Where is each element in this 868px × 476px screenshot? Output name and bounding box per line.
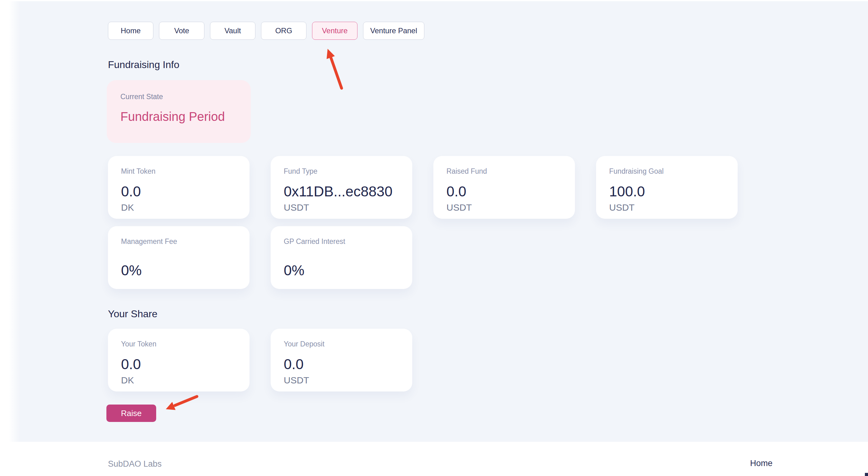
card-unit: USDT xyxy=(284,375,399,385)
card-label: Mint Token xyxy=(121,167,237,175)
stat-card-mint-token: Mint Token 0.0 DK xyxy=(108,156,249,219)
footer-home-link[interactable]: Home xyxy=(750,458,773,468)
annotation-arrow-venture-icon xyxy=(317,43,351,93)
nav-tab-home[interactable]: Home xyxy=(108,22,153,40)
stat-card-fund-type: Fund Type 0x11DB...ec8830 USDT xyxy=(271,156,412,219)
stat-card-your-token: Your Token 0.0 DK xyxy=(108,329,249,392)
nav-tab-vote[interactable]: Vote xyxy=(159,22,205,40)
venture-page: Home Vote Vault ORG Venture Venture Pane… xyxy=(0,0,868,476)
card-value: 0.0 xyxy=(284,356,399,373)
nav-tab-vault[interactable]: Vault xyxy=(210,22,255,40)
card-label: Your Deposit xyxy=(284,340,399,348)
card-value: 0.0 xyxy=(121,183,237,200)
stat-card-gp-carried-interest: GP Carried Interest 0% xyxy=(271,226,412,289)
nav-tab-venture[interactable]: Venture xyxy=(312,22,358,40)
card-value: 0% xyxy=(121,262,237,279)
footer-brand: SubDAO Labs xyxy=(108,459,162,469)
card-unit: USDT xyxy=(609,202,724,213)
main-nav: Home Vote Vault ORG Venture Venture Pane… xyxy=(108,22,424,40)
card-value: 0.0 xyxy=(446,183,562,200)
annotation-arrow-raise-icon xyxy=(159,390,202,419)
card-unit: DK xyxy=(121,375,237,385)
card-label: Fund Type xyxy=(284,167,399,175)
stat-card-your-deposit: Your Deposit 0.0 USDT xyxy=(271,329,412,392)
stat-card-raised-fund: Raised Fund 0.0 USDT xyxy=(433,156,575,219)
nav-tab-org[interactable]: ORG xyxy=(261,22,306,40)
current-state-card: Current State Fundraising Period xyxy=(107,80,251,143)
corner-artifact xyxy=(865,473,868,476)
card-unit: DK xyxy=(121,202,237,213)
section-title-your-share: Your Share xyxy=(108,308,157,320)
section-title-fundraising-info: Fundraising Info xyxy=(108,59,179,71)
nav-tab-venture-panel[interactable]: Venture Panel xyxy=(363,22,424,40)
card-label: Management Fee xyxy=(121,237,237,246)
left-edge-fade xyxy=(0,0,20,442)
card-label: GP Carried Interest xyxy=(284,237,399,246)
card-value: 0% xyxy=(284,262,399,279)
raise-button[interactable]: Raise xyxy=(106,405,156,422)
card-label: Raised Fund xyxy=(446,167,562,175)
card-value: 100.0 xyxy=(609,183,724,200)
footer: SubDAO Labs Home xyxy=(0,442,868,476)
card-value: 0.0 xyxy=(121,356,237,373)
card-label: Your Token xyxy=(121,340,237,348)
card-value: 0x11DB...ec8830 xyxy=(284,183,399,200)
current-state-value: Fundraising Period xyxy=(120,110,237,124)
stat-card-fundraising-goal: Fundraising Goal 100.0 USDT xyxy=(596,156,738,219)
stat-card-management-fee: Management Fee 0% xyxy=(108,226,249,289)
card-label: Fundraising Goal xyxy=(609,167,724,175)
card-unit: USDT xyxy=(284,202,399,213)
current-state-label: Current State xyxy=(120,93,237,101)
top-edge-strip xyxy=(0,0,868,1)
card-unit: USDT xyxy=(446,202,562,213)
